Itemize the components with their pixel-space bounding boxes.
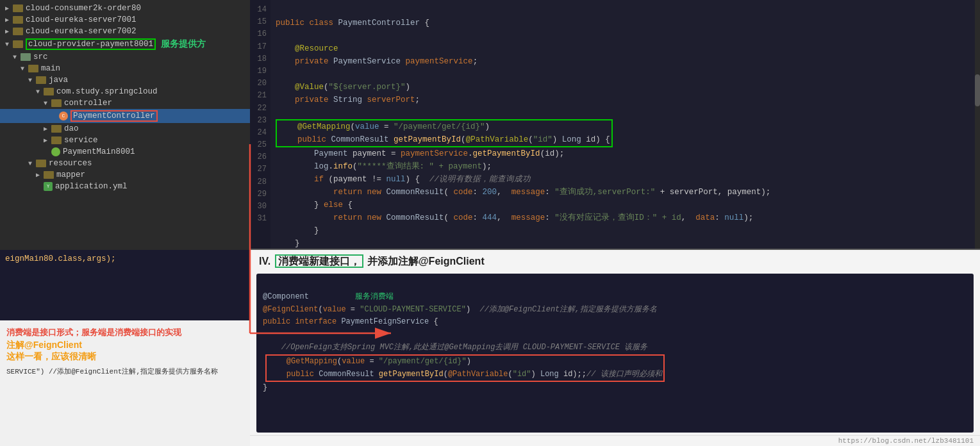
line-numbers: 1415161718 1920212223 2425262728 293031 (250, 0, 270, 249)
header-main: 消费端新建接口， (275, 254, 363, 268)
code-content: public class PaymentController { @Resour… (270, 0, 975, 249)
tree-label-dao: dao (64, 124, 79, 133)
tree-item-yml[interactable]: Y application.yml (0, 181, 250, 192)
header-roman: IV. (259, 256, 270, 267)
tree-item-resources[interactable]: ▼ resources (0, 158, 250, 169)
tree-label-com: com.study.springcloud (56, 87, 158, 96)
tree-item-controller[interactable]: ▼ controller (0, 97, 250, 109)
scrollbar-thumb[interactable] (975, 74, 980, 106)
tree-label-eureka2: cloud-eureka-server7002 (26, 27, 137, 36)
tree-item-com[interactable]: ▼ com.study.springcloud (0, 86, 250, 97)
left-annotation-area: 消费端是接口形式；服务端是消费端接口的实现 注解@FeignClient 这样一… (0, 320, 250, 446)
vertical-scrollbar[interactable] (975, 0, 980, 249)
section-header: IV. 消费端新建接口， 并添加注解@FeignClient (250, 250, 980, 271)
annotation-text-1: 消费端是接口形式；服务端是消费端接口的实现 (6, 326, 244, 340)
tree-item-mapper[interactable]: ▶ mapper (0, 169, 250, 181)
tree-item-dao[interactable]: ▶ dao (0, 123, 250, 135)
tree-label-service: service (64, 136, 98, 145)
tree-item-paymentmain[interactable]: PaymentMain8001 (0, 146, 250, 158)
tutorial-section: IV. 消费端新建接口， 并添加注解@FeignClient @Componen… (250, 250, 980, 446)
tree-item-service[interactable]: ▶ service (0, 135, 250, 146)
tree-item-provider[interactable]: ▼ cloud-provider-payment8001 服务提供方 (0, 37, 250, 51)
tree-item-java[interactable]: ▼ java (0, 74, 250, 86)
tree-item-eureka1[interactable]: ▶ cloud-eureka-server7001 (0, 14, 250, 26)
annotation-text-2: 注解@FeignClient (6, 340, 244, 351)
tree-label-main: main (41, 64, 60, 73)
tree-label-provider: cloud-provider-payment8001 (26, 38, 156, 50)
tree-label: cloud-consumer2k-order80 (26, 4, 141, 13)
file-tree[interactable]: ▶ cloud-consumer2k-order80 ▶ cloud-eurek… (0, 0, 250, 250)
tree-item-consumer[interactable]: ▶ cloud-consumer2k-order80 (0, 3, 250, 14)
code-editor: 1415161718 1920212223 2425262728 293031 … (250, 0, 980, 250)
feign-bottom-snippet: SERVICE") //添加@FeignClient注解,指定服务提供方服务名称 (6, 367, 244, 376)
tree-item-main[interactable]: ▼ main (0, 63, 250, 74)
tree-arrow: ▶ (5, 4, 13, 12)
tree-label-resources: resources (49, 159, 92, 168)
tree-label-controller: controller (64, 99, 112, 108)
tree-label-paymentcontroller: PaymentController (71, 110, 158, 122)
tree-label-mapper: mapper (56, 170, 85, 179)
tree-label-java: java (49, 76, 68, 85)
tree-item-src[interactable]: ▼ src (0, 51, 250, 63)
tree-item-payment-controller[interactable]: C PaymentController (0, 109, 250, 123)
url-bar: https://blog.csdn.net/lzb3481101 (250, 435, 980, 446)
service-provider-label: 服务提供方 (161, 38, 206, 50)
code-snippet-line: eignMain80.class,args); (5, 252, 244, 265)
url-text: https://blog.csdn.net/lzb3481101 (838, 437, 974, 445)
tree-label-src: src (33, 53, 48, 62)
tree-label-eureka1: cloud-eureka-server7001 (26, 15, 137, 24)
header-suffix: 并添加注解@FeignClient (367, 256, 485, 267)
tree-label-yml: application.yml (55, 182, 128, 191)
tutorial-code-block: @Component 服务消费端 @FeignClient(value = "C… (256, 274, 974, 433)
annotation-text-3: 这样一看，应该很清晰 (6, 351, 244, 363)
tree-item-eureka2[interactable]: ▶ cloud-eureka-server7002 (0, 26, 250, 37)
tree-label-paymentmain: PaymentMain8001 (63, 147, 135, 156)
bottom-left-code: eignMain80.class,args); (0, 250, 250, 320)
